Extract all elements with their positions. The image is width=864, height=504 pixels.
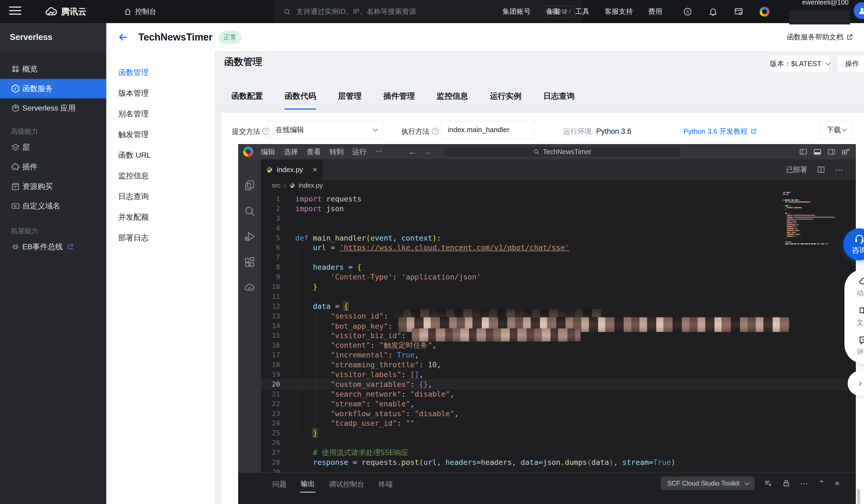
tencent-cloud-logo[interactable]: 腾讯云 — [45, 0, 86, 23]
toolkit-select[interactable]: SCF Cloud Studio Toolkit — [661, 477, 754, 490]
account-dropdown[interactable] — [789, 10, 850, 24]
run-debug-icon[interactable] — [243, 230, 255, 242]
search-icon[interactable] — [243, 205, 255, 217]
handler-input[interactable]: index.main_handler — [441, 121, 535, 139]
nav-back-icon[interactable]: ← — [408, 147, 417, 156]
notification-bell-icon[interactable] — [708, 7, 718, 16]
menu-item[interactable]: 运行 — [352, 147, 367, 157]
editor-tab-indexpy[interactable]: index.py × — [261, 159, 322, 180]
code-line: 6 url = 'https://wss.lke.cloud.tencent.c… — [261, 243, 856, 253]
editor-search[interactable]: TechNewsTimer — [444, 146, 681, 157]
menu-item[interactable]: 编辑 — [261, 147, 275, 157]
toggle-secondary-sidebar-icon[interactable] — [827, 148, 836, 156]
tab-监控信息[interactable]: 监控信息 — [436, 84, 468, 110]
close-tab-icon[interactable]: × — [312, 165, 317, 174]
line-number: 9 — [261, 272, 287, 282]
scrollbar-thumb[interactable] — [857, 489, 860, 504]
submenu-item[interactable]: 触发管理 — [106, 124, 215, 145]
tab-函数代码[interactable]: 函数代码 — [285, 84, 316, 110]
tab-层管理[interactable]: 层管理 — [338, 84, 362, 110]
assistant-pinwheel-icon[interactable] — [760, 7, 769, 16]
topbar-link[interactable]: 备案 — [546, 7, 560, 16]
lock-icon[interactable] — [782, 479, 790, 488]
avatar[interactable] — [854, 2, 864, 19]
floating-item-label: 评价 — [857, 347, 864, 357]
submenu-item[interactable]: 别名管理 — [106, 104, 215, 124]
customize-layout-icon[interactable] — [841, 148, 850, 156]
split-editor-icon[interactable] — [817, 166, 825, 174]
sidebar-item-hex[interactable]: 函数服务 — [0, 79, 106, 98]
tutorial-link[interactable]: Python 3.6 开发教程 — [683, 123, 757, 140]
sidebar-item-plugin[interactable]: 插件 — [0, 157, 106, 177]
explorer-icon[interactable] — [243, 179, 255, 191]
more-actions-icon[interactable]: ⋯ — [835, 165, 844, 175]
version-select[interactable]: 版本：$LATEST — [769, 55, 830, 73]
panel-tab-问题[interactable]: 问题 — [272, 475, 287, 492]
extensions-icon[interactable] — [243, 256, 255, 268]
code-area[interactable]: 1import requests2import json345def main_… — [261, 191, 856, 472]
menu-item[interactable]: ⋯ — [375, 147, 382, 157]
topbar-link[interactable]: 工具 — [575, 7, 589, 16]
action-button[interactable]: 操作 — [837, 55, 864, 73]
panel-tab-终端[interactable]: 终端 — [378, 475, 393, 492]
line-number: 29 — [261, 467, 287, 472]
line-number: 24 — [261, 418, 287, 428]
topbar-link[interactable]: 费用 — [648, 7, 662, 16]
sidebar-item-layers[interactable]: 层 — [0, 137, 106, 157]
nav-forward-icon[interactable]: → — [423, 147, 432, 156]
code-text: "content": "触发定时任务", — [287, 340, 436, 350]
submenu-item[interactable]: 部署日志 — [106, 228, 215, 248]
console-settings-icon[interactable] — [734, 7, 743, 16]
sidebar-item-shop[interactable]: 资源购买 — [0, 177, 106, 196]
line-number: 11 — [261, 292, 287, 301]
maximize-panel-icon[interactable]: ⌃ — [818, 479, 825, 488]
tab-日志查询[interactable]: 日志查询 — [543, 84, 575, 110]
menu-item[interactable]: 转到 — [329, 147, 344, 157]
console-link[interactable]: 控制台 — [124, 0, 156, 23]
more-actions-icon[interactable]: ⋯ — [800, 479, 808, 488]
topbar-link[interactable]: 客服支持 — [605, 7, 633, 16]
tab-函数配置[interactable]: 函数配置 — [231, 84, 263, 110]
help-doc-link[interactable]: 函数服务帮助文档 — [787, 32, 853, 42]
currency-icon[interactable]: S — [683, 7, 692, 16]
help-icon[interactable]: ? — [262, 128, 269, 135]
topbar-link[interactable]: 集团账号 — [502, 7, 531, 16]
submenu-item[interactable]: 版本管理 — [106, 83, 215, 104]
back-button[interactable] — [118, 32, 129, 43]
sidebar-item-app[interactable]: Serverless 应用 — [0, 98, 106, 118]
breadcrumb[interactable]: src › index.py — [261, 180, 856, 191]
account-email[interactable]: ewenleeli@100 — [802, 0, 849, 6]
submenu-item[interactable]: 监控信息 — [106, 166, 215, 186]
sidebar-item-grid[interactable]: 概览 — [0, 59, 106, 79]
cloud-studio-logo-icon[interactable] — [243, 146, 253, 157]
download-button[interactable]: 下载 — [820, 121, 852, 139]
clear-output-icon[interactable] — [764, 479, 772, 488]
submenu-item[interactable]: 并发配额 — [106, 207, 215, 228]
tab-插件管理[interactable]: 插件管理 — [383, 84, 415, 110]
menu-item[interactable]: 查看 — [307, 147, 321, 157]
submit-method-select[interactable]: 在线编辑 — [269, 121, 383, 139]
floating-item-文档[interactable]: 文档 — [857, 302, 864, 331]
toggle-panel-icon[interactable] — [813, 148, 821, 156]
panel-tab-调试控制台[interactable]: 调试控制台 — [328, 475, 365, 492]
tab-运行实例[interactable]: 运行实例 — [490, 84, 521, 110]
close-panel-icon[interactable]: × — [835, 479, 840, 488]
submenu-item[interactable]: 日志查询 — [106, 186, 215, 207]
product-name: Serverless — [0, 23, 106, 51]
help-icon[interactable]: ? — [432, 128, 439, 135]
code-line: 15 "visitor_biz_id": — [261, 331, 856, 340]
toggle-sidebar-icon[interactable] — [799, 148, 807, 156]
line-number: 10 — [261, 282, 287, 292]
sidebar-item-domain[interactable]: W.自定义域名 — [0, 196, 106, 216]
sidebar-item-eb[interactable]: EB事件总线 — [0, 237, 106, 256]
submenu-item[interactable]: 函数 URL — [106, 145, 215, 166]
floating-item-评价[interactable]: 评价 — [857, 332, 864, 360]
minimap[interactable] — [783, 192, 847, 255]
code-line: 11 — [261, 292, 856, 301]
menu-item[interactable]: 选择 — [284, 147, 298, 157]
submenu-item[interactable]: 函数管理 — [106, 62, 215, 83]
panel-tab-输出[interactable]: 输出 — [300, 474, 315, 493]
cloud-studio-panel-icon[interactable] — [243, 281, 255, 293]
floating-item-动态[interactable]: 动态 — [857, 273, 864, 302]
hamburger-menu-icon[interactable] — [9, 7, 21, 17]
